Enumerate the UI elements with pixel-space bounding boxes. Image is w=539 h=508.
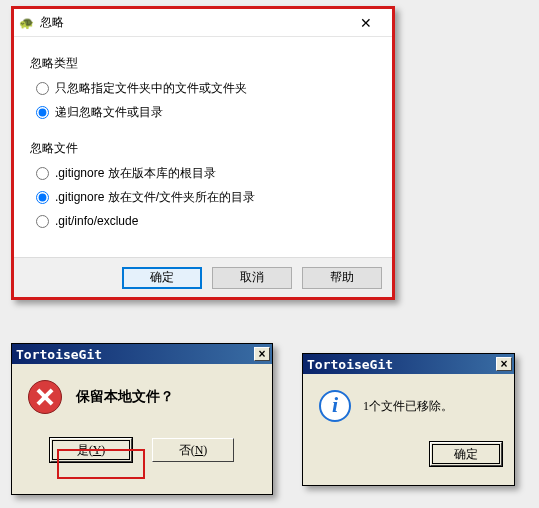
error-icon xyxy=(28,380,62,414)
radio-label: .git/info/exclude xyxy=(55,214,138,228)
close-button[interactable]: × xyxy=(496,357,512,371)
titlebar: TortoiseGit × xyxy=(303,354,514,374)
group-ignore-type-label: 忽略类型 xyxy=(30,55,376,72)
radio-gitignore-root[interactable]: .gitignore 放在版本库的根目录 xyxy=(36,163,376,183)
ok-button[interactable]: 确定 xyxy=(122,267,202,289)
close-button[interactable]: ✕ xyxy=(346,12,386,34)
cancel-button[interactable]: 取消 xyxy=(212,267,292,289)
app-icon: 🐢 xyxy=(18,15,34,31)
radio-input[interactable] xyxy=(36,82,49,95)
dialog-body: 保留本地文件？ xyxy=(12,364,272,414)
dialog-footer: 确定 xyxy=(303,422,514,466)
window-title: TortoiseGit xyxy=(307,357,496,372)
message-text: 保留本地文件？ xyxy=(76,388,174,406)
file-removed-dialog: TortoiseGit × 1个文件已移除。 确定 xyxy=(302,353,515,486)
radio-input[interactable] xyxy=(36,106,49,119)
radio-label: 递归忽略文件或目录 xyxy=(55,104,163,121)
radio-gitinfo-exclude[interactable]: .git/info/exclude xyxy=(36,211,376,231)
titlebar: 🐢 忽略 ✕ xyxy=(14,9,392,37)
ok-button[interactable]: 确定 xyxy=(430,442,502,466)
btn-prefix: 是( xyxy=(77,442,93,459)
window-title: TortoiseGit xyxy=(16,347,254,362)
dialog-body: 忽略类型 只忽略指定文件夹中的文件或文件夹 递归忽略文件或目录 忽略文件 .gi… xyxy=(14,37,392,245)
btn-prefix: 否( xyxy=(179,442,195,459)
no-button[interactable]: 否(N) xyxy=(152,438,234,462)
btn-mnemonic: N xyxy=(195,443,204,458)
radio-ignore-type-recursive[interactable]: 递归忽略文件或目录 xyxy=(36,102,376,122)
radio-input[interactable] xyxy=(36,191,49,204)
radio-ignore-type-specific[interactable]: 只忽略指定文件夹中的文件或文件夹 xyxy=(36,78,376,98)
dialog-body: 1个文件已移除。 xyxy=(303,374,514,422)
help-button[interactable]: 帮助 xyxy=(302,267,382,289)
btn-suffix: ) xyxy=(203,443,207,458)
dialog-footer: 是(Y) 否(N) xyxy=(12,438,272,462)
radio-label: 只忽略指定文件夹中的文件或文件夹 xyxy=(55,80,247,97)
btn-suffix: ) xyxy=(101,443,105,458)
window-title: 忽略 xyxy=(40,14,346,31)
radio-gitignore-local[interactable]: .gitignore 放在文件/文件夹所在的目录 xyxy=(36,187,376,207)
info-icon xyxy=(319,390,351,422)
group-ignore-file-label: 忽略文件 xyxy=(30,140,376,157)
close-button[interactable]: × xyxy=(254,347,270,361)
radio-label: .gitignore 放在文件/文件夹所在的目录 xyxy=(55,189,255,206)
radio-input[interactable] xyxy=(36,167,49,180)
yes-button[interactable]: 是(Y) xyxy=(50,438,132,462)
titlebar: TortoiseGit × xyxy=(12,344,272,364)
message-text: 1个文件已移除。 xyxy=(363,398,453,415)
ignore-dialog: 🐢 忽略 ✕ 忽略类型 只忽略指定文件夹中的文件或文件夹 递归忽略文件或目录 忽… xyxy=(11,6,395,300)
radio-label: .gitignore 放在版本库的根目录 xyxy=(55,165,216,182)
keep-local-dialog: TortoiseGit × 保留本地文件？ 是(Y) 否(N) xyxy=(11,343,273,495)
dialog-footer: 确定 取消 帮助 xyxy=(14,257,392,297)
btn-mnemonic: Y xyxy=(93,443,102,458)
radio-input[interactable] xyxy=(36,215,49,228)
